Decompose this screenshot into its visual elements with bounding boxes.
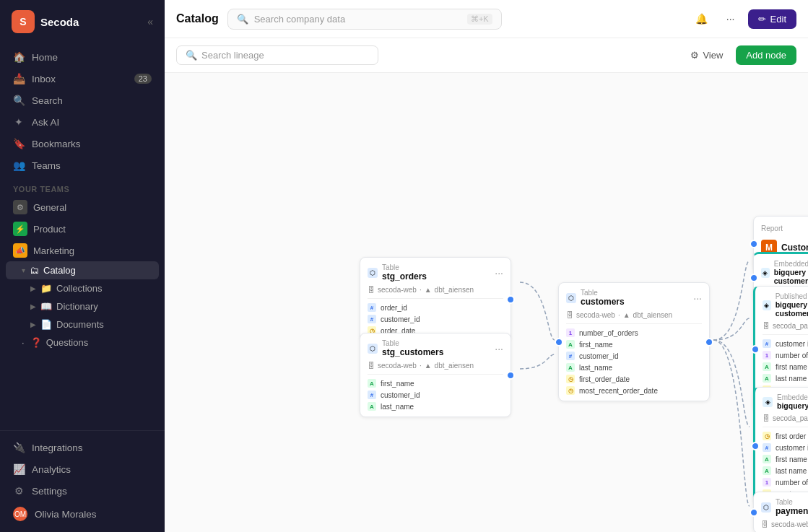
source-sep: · <box>420 362 422 370</box>
hash-icon: # <box>368 303 376 312</box>
node-payments[interactable]: ⬡ Table payments ··· 🗄 secoda-web · ▲ db… <box>753 492 808 532</box>
node-handle-left[interactable] <box>750 274 758 282</box>
sidebar-item-catalog[interactable]: ▾ 🗂 Catalog <box>6 261 159 279</box>
lineage-search[interactable]: 🔍 Search lineage <box>176 45 378 65</box>
username: Olivia Morales <box>35 509 97 520</box>
lineage-canvas[interactable]: ⬡ Table stg_orders ··· 🗄 secoda-web · ▲ … <box>165 73 808 532</box>
sidebar-item-ask-ai[interactable]: ✦ Ask AI <box>6 111 159 133</box>
node-type: Table <box>382 263 427 271</box>
more-options-button[interactable]: ··· <box>719 7 742 30</box>
tree-item-label: Collections <box>56 283 103 294</box>
more-options-icon[interactable]: ··· <box>495 343 503 354</box>
db-icon: 🗄 <box>761 520 768 528</box>
node-handle-right[interactable] <box>506 371 515 380</box>
sidebar-item-inbox[interactable]: 📥 Inbox 23 <box>6 68 159 90</box>
node-stg-orders[interactable]: ⬡ Table stg_orders ··· 🗄 secoda-web · ▲ … <box>360 257 511 341</box>
dictionary-icon: 📖 <box>40 301 52 312</box>
user-profile[interactable]: OM Olivia Morales <box>6 502 159 526</box>
field-row: # order_id <box>368 302 503 313</box>
sidebar-item-label: Inbox <box>32 74 56 84</box>
top-bar: Catalog 🔍 Search company data ⌘+K 🔔 ··· … <box>165 0 808 38</box>
node-handle-right[interactable] <box>506 295 515 304</box>
sidebar-nav: 🏠 Home 📥 Inbox 23 🔍 Search ✦ Ask AI 🔖 Bo… <box>0 43 165 430</box>
collapse-button[interactable]: « <box>147 16 153 27</box>
sidebar-item-questions[interactable]: · ❓ Questions <box>6 333 159 352</box>
chevron-icon: ▶ <box>30 284 36 292</box>
collections-icon: 📁 <box>40 283 52 294</box>
sidebar-item-analytics[interactable]: 📈 Analytics <box>6 458 159 480</box>
analytics-icon: 📈 <box>13 463 25 475</box>
sidebar-item-search[interactable]: 🔍 Search <box>6 90 159 111</box>
node-handle-right[interactable] <box>705 338 713 346</box>
node-type: Published Resource <box>776 292 808 300</box>
node-handle-left[interactable] <box>750 240 758 248</box>
team-item-product[interactable]: ⚡ Product <box>6 218 159 240</box>
field-row: ◷ first_order_date <box>566 373 702 385</box>
field-name: number of orders <box>776 352 808 359</box>
sidebar-item-home[interactable]: 🏠 Home <box>6 46 159 68</box>
node-stg-customers[interactable]: ⬡ Table stg_customers ··· 🗄 secoda-web ·… <box>360 333 511 417</box>
sidebar-item-documents[interactable]: ▶ 📄 Documents <box>6 315 159 333</box>
table-icon: ⬡ <box>761 502 771 513</box>
str-icon: A <box>566 340 575 349</box>
sidebar-item-settings[interactable]: ⚙ Settings <box>6 480 159 502</box>
field-row: A last name <box>763 465 808 476</box>
sliders-icon: ⚙ <box>690 50 699 61</box>
top-right-actions: 🔔 ··· ✏ Edit <box>690 7 796 30</box>
edit-button[interactable]: ✏ Edit <box>748 9 796 29</box>
node-handle-left[interactable] <box>750 508 758 517</box>
db-icon: 🗄 <box>763 414 770 422</box>
str-icon: A <box>763 466 771 475</box>
hash-icon: # <box>566 352 575 360</box>
node-handle-left[interactable] <box>555 338 563 346</box>
search-shortcut: ⌘+K <box>467 14 492 25</box>
str-icon: A <box>368 402 376 411</box>
node-handle-left[interactable] <box>751 345 760 354</box>
team-item-marketing[interactable]: 📣 Marketing <box>6 240 159 261</box>
node-type: Embedded Datasource <box>774 260 808 268</box>
field-name: customer_id <box>579 352 618 360</box>
more-options-icon[interactable]: ··· <box>495 267 503 279</box>
source-1: secoda-web <box>378 286 417 294</box>
questions-icon: ❓ <box>30 337 42 348</box>
node-bq-embedded-test[interactable]: ◈ Embedded Datasource bigquery embedded … <box>753 387 808 505</box>
source-2: dbt_aiensen <box>435 362 474 370</box>
field-row: ◷ first order date <box>763 430 808 442</box>
field-name: number_of_orders <box>579 329 638 337</box>
sidebar-item-bookmarks[interactable]: 🔖 Bookmarks <box>6 133 159 154</box>
node-type: Table <box>776 498 808 506</box>
team-item-general[interactable]: ⚙ General <box>6 196 159 218</box>
field-name: first order date <box>776 432 808 440</box>
hash-icon: # <box>368 315 376 323</box>
more-options-icon[interactable]: ··· <box>693 292 702 304</box>
teams-section-label: Your teams <box>6 176 159 196</box>
node-customers[interactable]: ⬡ Table customers ··· 🗄 secoda-web · ▲ d… <box>558 282 710 401</box>
team-label: General <box>33 202 66 213</box>
db-icon: 🗄 <box>566 311 573 319</box>
bell-icon-button[interactable]: 🔔 <box>690 7 713 30</box>
field-row: # customer_id <box>368 389 503 401</box>
app-logo-icon: S <box>12 10 35 33</box>
source-1: secoda-web <box>378 362 417 370</box>
num-icon: 1 <box>763 478 771 487</box>
node-handle-left[interactable] <box>751 442 760 450</box>
node-type: Embedded Datasource <box>777 393 808 401</box>
field-row: A first_name <box>566 339 702 350</box>
view-button[interactable]: ⚙ View <box>683 46 730 64</box>
sidebar-item-teams[interactable]: 👥 Teams <box>6 154 159 176</box>
sidebar-item-label: Bookmarks <box>32 139 81 149</box>
add-node-label: Add node <box>746 50 786 61</box>
hash-icon: # <box>368 391 376 399</box>
bottom-item-label: Analytics <box>32 464 71 475</box>
node-type: Table <box>382 339 443 347</box>
sidebar-item-integrations[interactable]: 🔌 Integrations <box>6 437 159 458</box>
sidebar-item-dictionary[interactable]: ▶ 📖 Dictionary <box>6 297 159 315</box>
chevron-icon: ▶ <box>30 320 36 328</box>
datasource-icon: ◈ <box>761 268 770 278</box>
node-name: bigquery published datasource - customer… <box>776 300 808 318</box>
date-icon: ◷ <box>566 386 575 395</box>
add-node-button[interactable]: Add node <box>736 45 796 65</box>
global-search[interactable]: 🔍 Search company data ⌘+K <box>227 9 502 30</box>
sidebar-item-collections[interactable]: ▶ 📁 Collections <box>6 279 159 297</box>
teams-icon: 👥 <box>13 160 25 171</box>
